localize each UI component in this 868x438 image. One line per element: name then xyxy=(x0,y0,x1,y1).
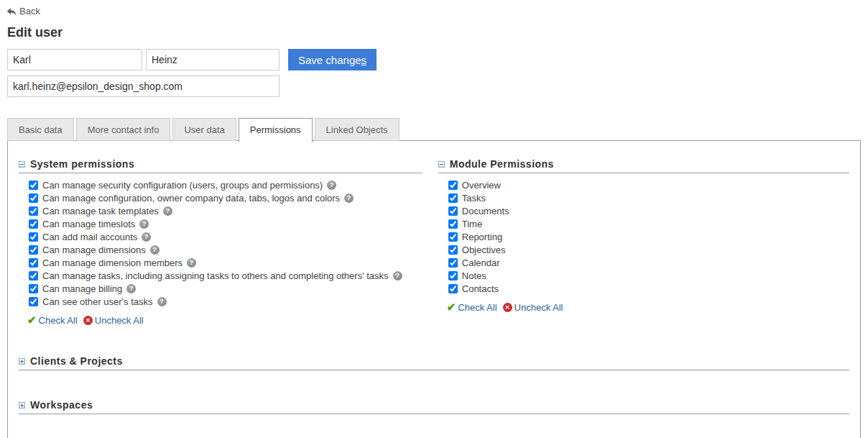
expand-icon[interactable]: + xyxy=(19,358,25,365)
permission-checkbox[interactable] xyxy=(29,245,38,255)
help-icon[interactable]: ? xyxy=(142,232,151,242)
permission-checkbox[interactable] xyxy=(29,206,38,216)
save-changes-button[interactable]: Save changes xyxy=(288,49,377,70)
tab[interactable]: Permissions xyxy=(239,118,313,142)
permission-label: Reporting xyxy=(462,232,502,242)
module-check-all-link[interactable]: Check All xyxy=(458,302,497,313)
permission-row: Can see other user's tasks ? xyxy=(29,296,423,306)
tab[interactable]: Linked Objects xyxy=(315,118,400,141)
module-uncheck-all-link[interactable]: Uncheck All xyxy=(514,302,563,313)
permission-row: Notes xyxy=(448,270,849,280)
help-icon[interactable]: ? xyxy=(327,181,336,190)
permission-row: Time xyxy=(448,219,849,229)
permission-label: Can see other user's tasks xyxy=(42,296,153,307)
permission-row: Reporting xyxy=(448,232,849,242)
help-icon[interactable]: ? xyxy=(157,297,167,306)
permission-row: Documents xyxy=(448,206,849,216)
permission-row: Overview xyxy=(448,180,849,190)
permission-label: Contacts xyxy=(462,283,499,294)
module-permissions-list: Overview Tasks Documents xyxy=(448,180,849,293)
permission-row: Can manage configuration, owner company … xyxy=(29,193,423,203)
permission-checkbox[interactable] xyxy=(448,258,458,268)
save-button-label: Save change xyxy=(298,54,361,66)
email-field[interactable] xyxy=(7,76,280,97)
help-icon[interactable]: ? xyxy=(393,271,402,280)
help-icon[interactable]: ? xyxy=(187,258,196,268)
permission-checkbox[interactable] xyxy=(29,297,38,306)
tab[interactable]: User data xyxy=(172,118,236,141)
permission-label: Tasks xyxy=(462,193,486,204)
permission-checkbox[interactable] xyxy=(29,193,38,203)
tab-bar: Basic data More contact info User data P… xyxy=(7,117,862,140)
system-check-all-link[interactable]: Check All xyxy=(39,315,78,326)
permission-checkbox[interactable] xyxy=(29,284,38,293)
first-name-field[interactable] xyxy=(7,49,142,70)
page-title: Edit user xyxy=(7,25,862,40)
permission-label: Can manage billing xyxy=(42,283,122,294)
back-arrow-icon xyxy=(6,7,17,17)
system-uncheck-all-link[interactable]: Uncheck All xyxy=(95,315,144,326)
permission-label: Overview xyxy=(462,180,501,191)
permission-row: Can manage dimensions ? xyxy=(29,245,423,255)
permission-label: Can add mail accounts xyxy=(42,232,137,242)
permission-checkbox[interactable] xyxy=(29,258,38,268)
collapsed-section: + Workspaces xyxy=(19,399,849,414)
collapsed-section-title: Workspaces xyxy=(30,399,93,411)
permission-label: Calendar xyxy=(462,257,500,268)
permission-row: Can manage security configuration (users… xyxy=(29,180,423,190)
permission-checkbox[interactable] xyxy=(448,245,458,255)
user-form: Save changes xyxy=(7,49,862,97)
save-button-accesskey: s xyxy=(361,54,367,66)
system-permissions-section: − System permissions Can manage security… xyxy=(19,158,438,327)
permission-row: Tasks xyxy=(448,193,849,203)
permission-checkbox[interactable] xyxy=(29,232,38,242)
permission-label: Can manage task templates xyxy=(42,206,159,216)
module-checkall-row: ✔ Check All ✕ Uncheck All xyxy=(447,301,849,314)
collapse-icon[interactable]: − xyxy=(438,161,445,168)
permission-row: Can manage tasks, including assigning ta… xyxy=(29,270,423,280)
expand-icon[interactable]: + xyxy=(19,402,25,409)
uncheck-all-icon: ✕ xyxy=(83,316,93,325)
collapse-icon[interactable]: − xyxy=(19,161,25,168)
permission-label: Can manage security configuration (users… xyxy=(42,180,323,191)
permission-checkbox[interactable] xyxy=(448,193,458,203)
permission-checkbox[interactable] xyxy=(448,206,458,216)
check-all-icon: ✔ xyxy=(447,301,456,314)
permissions-panel: − System permissions Can manage security… xyxy=(7,140,861,438)
last-name-field[interactable] xyxy=(146,49,280,70)
permission-row: Objectives xyxy=(448,245,849,255)
tab[interactable]: More contact info xyxy=(76,118,171,141)
permission-checkbox[interactable] xyxy=(448,284,458,293)
help-icon[interactable]: ? xyxy=(344,193,354,203)
permission-label: Can manage dimensions xyxy=(42,245,146,255)
permission-checkbox[interactable] xyxy=(29,219,38,229)
permission-checkbox[interactable] xyxy=(448,232,458,242)
tab[interactable]: Basic data xyxy=(7,118,74,141)
permission-label: Can manage timeslots xyxy=(42,219,135,229)
permission-row: Can manage dimension members ? xyxy=(29,257,423,268)
permission-row: Can add mail accounts ? xyxy=(29,232,423,242)
help-icon[interactable]: ? xyxy=(163,206,172,216)
permission-checkbox[interactable] xyxy=(29,271,38,280)
collapsed-section-title: Clients & Projects xyxy=(30,355,123,367)
permission-checkbox[interactable] xyxy=(448,219,458,229)
permission-checkbox[interactable] xyxy=(29,181,38,190)
permission-checkbox[interactable] xyxy=(448,271,458,280)
system-checkall-row: ✔ Check All ✕ Uncheck All xyxy=(27,314,423,327)
help-icon[interactable]: ? xyxy=(150,245,160,255)
permission-label: Objectives xyxy=(462,245,506,255)
help-icon[interactable]: ? xyxy=(126,284,136,293)
permission-row: Contacts xyxy=(448,283,849,293)
back-link[interactable]: Back xyxy=(6,6,862,17)
back-link-label[interactable]: Back xyxy=(19,6,40,17)
permission-row: Can manage timeslots ? xyxy=(29,219,423,229)
permission-checkbox[interactable] xyxy=(448,181,458,190)
uncheck-all-icon: ✕ xyxy=(503,303,512,312)
permission-label: Time xyxy=(462,219,482,229)
module-permissions-section: − Module Permissions Overview xyxy=(438,158,849,327)
section-title-module-permissions: Module Permissions xyxy=(450,158,554,170)
edit-user-page: Back Edit user Save changes Basic data M… xyxy=(0,0,868,438)
help-icon[interactable]: ? xyxy=(139,219,149,229)
collapsed-sections: + Clients & Projects + Workspaces + Perm… xyxy=(19,355,849,438)
permission-label: Notes xyxy=(462,270,486,281)
